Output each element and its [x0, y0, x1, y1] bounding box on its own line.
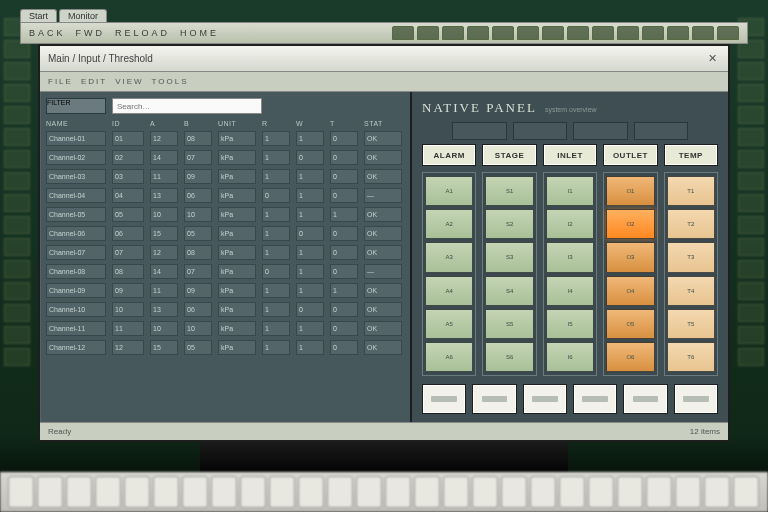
grid-column-header[interactable]: B — [184, 120, 212, 127]
search-input[interactable] — [112, 98, 262, 114]
panel-header-stage[interactable]: STAGE — [482, 144, 536, 166]
grid-column-header[interactable]: R — [262, 120, 290, 127]
panel-cell[interactable]: A2 — [425, 209, 473, 239]
panel-cell[interactable]: I2 — [546, 209, 594, 239]
grid-cell: kPa — [218, 321, 256, 336]
panel-cell[interactable]: S5 — [485, 309, 533, 339]
filter-pill[interactable]: FILTER — [46, 98, 106, 114]
table-row[interactable]: Channel-08081407kPa010— — [46, 264, 404, 279]
nav-reload[interactable]: RELOAD — [115, 28, 170, 38]
panel-cell[interactable]: A1 — [425, 176, 473, 206]
panel-cell[interactable]: S4 — [485, 276, 533, 306]
strip-mini-tab[interactable] — [417, 26, 439, 40]
panel-cell[interactable]: T2 — [667, 209, 715, 239]
nav-fwd[interactable]: FWD — [76, 28, 106, 38]
strip-mini-tab[interactable] — [542, 26, 564, 40]
panel-action-button[interactable] — [674, 384, 718, 414]
table-row[interactable]: Channel-09091109kPa111OK — [46, 283, 404, 298]
grid-cell: Channel-07 — [46, 245, 106, 260]
metric-tile — [452, 122, 507, 140]
tab-monitor[interactable]: Monitor — [59, 9, 107, 22]
strip-mini-tab[interactable] — [492, 26, 514, 40]
grid-column-header[interactable]: UNIT — [218, 120, 256, 127]
panel-cell[interactable]: A5 — [425, 309, 473, 339]
grid-cell: OK — [364, 207, 402, 222]
panel-cell[interactable]: S6 — [485, 342, 533, 372]
grid-cell: 1 — [262, 340, 290, 355]
panel-cell[interactable]: O1 — [606, 176, 654, 206]
panel-cell[interactable]: S2 — [485, 209, 533, 239]
grid-column-header[interactable]: T — [330, 120, 358, 127]
panel-header-temp[interactable]: TEMP — [664, 144, 718, 166]
table-row[interactable]: Channel-06061505kPa100OK — [46, 226, 404, 241]
action-glyph — [431, 396, 456, 402]
strip-mini-tab[interactable] — [642, 26, 664, 40]
panel-header-inlet[interactable]: INLET — [543, 144, 597, 166]
panel-cell[interactable]: I6 — [546, 342, 594, 372]
table-row[interactable]: Channel-11111010kPa110OK — [46, 321, 404, 336]
nav-back[interactable]: BACK — [29, 28, 66, 38]
panel-cell[interactable]: I1 — [546, 176, 594, 206]
panel-action-button[interactable] — [472, 384, 516, 414]
panel-cell[interactable]: T5 — [667, 309, 715, 339]
strip-mini-tab[interactable] — [717, 26, 739, 40]
strip-mini-tab[interactable] — [442, 26, 464, 40]
grid-cell: 1 — [296, 321, 324, 336]
grid-cell: 12 — [150, 131, 178, 146]
menu-file[interactable]: FILE — [48, 77, 73, 86]
panel-cell[interactable]: O4 — [606, 276, 654, 306]
panel-header-outlet[interactable]: OUTLET — [603, 144, 657, 166]
grid-column-header[interactable]: NAME — [46, 120, 106, 127]
panel-action-button[interactable] — [523, 384, 567, 414]
menu-edit[interactable]: EDIT — [81, 77, 107, 86]
panel-cell[interactable]: O6 — [606, 342, 654, 372]
table-row[interactable]: Channel-03031109kPa110OK — [46, 169, 404, 184]
panel-cell[interactable]: S1 — [485, 176, 533, 206]
strip-mini-tab[interactable] — [392, 26, 414, 40]
grid-cell: Channel-11 — [46, 321, 106, 336]
panel-cell[interactable]: O2 — [606, 209, 654, 239]
panel-header-alarm[interactable]: ALARM — [422, 144, 476, 166]
panel-cell[interactable]: S3 — [485, 242, 533, 272]
tab-start[interactable]: Start — [20, 9, 57, 22]
panel-cell[interactable]: A4 — [425, 276, 473, 306]
table-row[interactable]: Channel-01011208kPa110OK — [46, 131, 404, 146]
panel-cell[interactable]: T6 — [667, 342, 715, 372]
strip-mini-tab[interactable] — [567, 26, 589, 40]
panel-cell[interactable]: I3 — [546, 242, 594, 272]
strip-mini-tab[interactable] — [517, 26, 539, 40]
grid-column-header[interactable]: A — [150, 120, 178, 127]
panel-action-button[interactable] — [623, 384, 667, 414]
panel-cell[interactable]: A6 — [425, 342, 473, 372]
grid-column-header[interactable]: W — [296, 120, 324, 127]
panel-cell[interactable]: I4 — [546, 276, 594, 306]
table-row[interactable]: Channel-10101306kPa100OK — [46, 302, 404, 317]
panel-action-button[interactable] — [573, 384, 617, 414]
panel-action-button[interactable] — [422, 384, 466, 414]
panel-cell[interactable]: T3 — [667, 242, 715, 272]
table-row[interactable]: Channel-12121505kPa110OK — [46, 340, 404, 355]
nav-home[interactable]: HOME — [180, 28, 219, 38]
grid-cell: 11 — [150, 169, 178, 184]
panel-cell[interactable]: I5 — [546, 309, 594, 339]
panel-cell[interactable]: O3 — [606, 242, 654, 272]
table-row[interactable]: Channel-02021407kPa100OK — [46, 150, 404, 165]
panel-cell[interactable]: T1 — [667, 176, 715, 206]
panel-cell[interactable]: T4 — [667, 276, 715, 306]
close-icon[interactable]: ✕ — [704, 51, 720, 67]
strip-mini-tab[interactable] — [592, 26, 614, 40]
table-row[interactable]: Channel-05051010kPa111OK — [46, 207, 404, 222]
strip-mini-tab[interactable] — [667, 26, 689, 40]
strip-mini-tab[interactable] — [692, 26, 714, 40]
panel-cell[interactable]: O5 — [606, 309, 654, 339]
panel-cell[interactable]: A3 — [425, 242, 473, 272]
menu-tools[interactable]: TOOLS — [152, 77, 189, 86]
strip-mini-tab[interactable] — [617, 26, 639, 40]
grid-column-header[interactable]: ID — [112, 120, 144, 127]
strip-mini-tab[interactable] — [467, 26, 489, 40]
table-row[interactable]: Channel-07071208kPa110OK — [46, 245, 404, 260]
menu-view[interactable]: VIEW — [115, 77, 143, 86]
grid-column-header[interactable]: STAT — [364, 120, 402, 127]
grid-cell: kPa — [218, 207, 256, 222]
table-row[interactable]: Channel-04041306kPa010— — [46, 188, 404, 203]
